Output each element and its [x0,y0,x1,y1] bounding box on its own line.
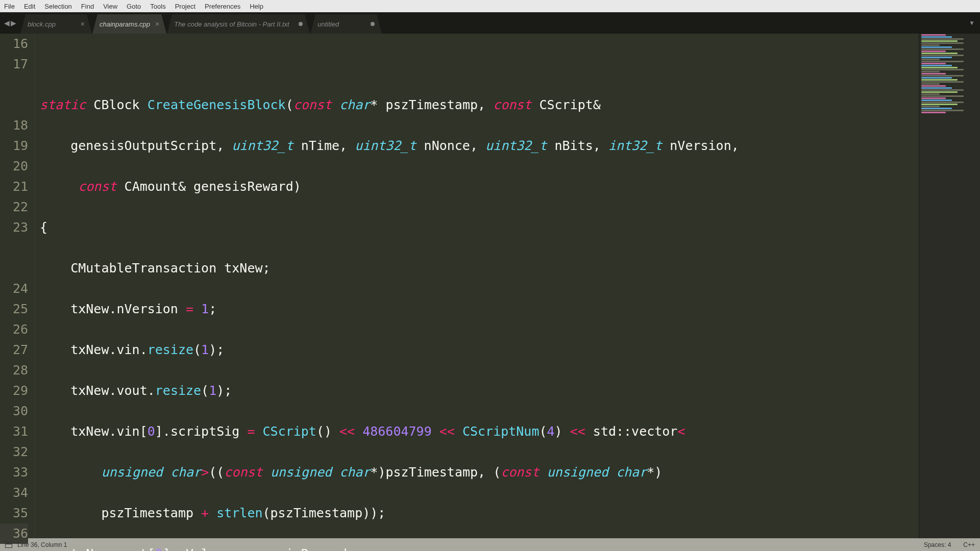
menu-selection[interactable]: Selection [44,3,71,10]
tab-block-cpp[interactable]: block.cpp × [20,14,92,34]
menu-bar: File Edit Selection Find View Goto Tools… [0,0,980,12]
tab-label: The code analysis of Bitcoin - Part II.t… [174,20,289,28]
code-area[interactable]: static CBlock CreateGenesisBlock(const c… [35,34,919,538]
menu-preferences[interactable]: Preferences [205,3,240,10]
tab-bar: ◀ ▶ block.cpp × chainparams.cpp × The co… [0,12,980,34]
language-mode[interactable]: C++ [963,541,975,548]
tab-label: chainparams.cpp [100,20,150,28]
indentation-setting[interactable]: Spaces: 4 [924,541,951,548]
tab-chainparams-cpp[interactable]: chainparams.cpp × [92,14,166,34]
close-icon[interactable]: × [155,20,159,28]
tab-overflow-button[interactable]: ▼ [964,12,980,34]
menu-view[interactable]: View [103,3,117,10]
menu-project[interactable]: Project [175,3,195,10]
tab-label: untitled [317,20,339,28]
editor: 16 17 18 19 20 21 22 23 24 25 26 27 28 2… [0,34,980,538]
tab-code-analysis[interactable]: The code analysis of Bitcoin - Part II.t… [167,14,310,34]
nav-left-icon[interactable]: ◀ [4,19,10,27]
menu-file[interactable]: File [4,3,15,10]
sidebar-toggle-icon[interactable] [5,542,12,548]
menu-find[interactable]: Find [81,3,94,10]
tab-untitled[interactable]: untitled [310,14,382,34]
dirty-dot-icon [371,22,375,26]
nav-right-icon[interactable]: ▶ [11,19,16,27]
tab-label: block.cpp [28,20,56,28]
menu-tools[interactable]: Tools [150,3,165,10]
tab-nav-arrows[interactable]: ◀ ▶ [0,12,20,34]
close-icon[interactable]: × [81,20,85,28]
menu-edit[interactable]: Edit [24,3,35,10]
dirty-dot-icon [299,22,303,26]
menu-help[interactable]: Help [250,3,263,10]
minimap[interactable] [919,34,980,538]
line-number-gutter: 16 17 18 19 20 21 22 23 24 25 26 27 28 2… [0,34,35,538]
menu-goto[interactable]: Goto [127,3,141,10]
